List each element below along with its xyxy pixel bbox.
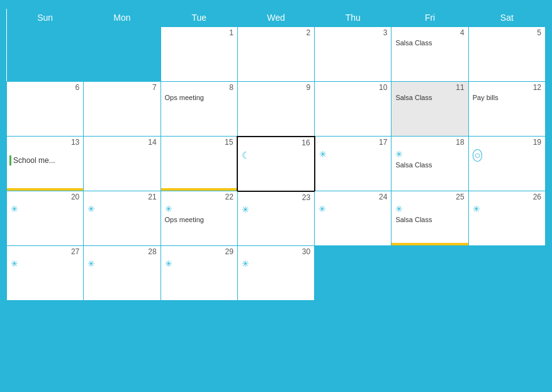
cell-date-1: 1 (164, 28, 235, 37)
cal-cell[interactable] (315, 246, 391, 301)
cal-cell[interactable]: 15 (161, 137, 237, 191)
calendar-row-0: 1234Salsa Class5 (7, 27, 546, 82)
weekday-header-mon: Mon (84, 9, 161, 27)
weekday-header-sun: Sun (7, 9, 84, 27)
cell-date-23: 23 (240, 193, 312, 202)
cal-cell[interactable] (391, 246, 468, 301)
sun-icon: ✳ (318, 204, 326, 214)
weather-sun-icon: ✳ (319, 149, 389, 159)
cal-cell[interactable]: 18✳Salsa Class (391, 137, 468, 191)
weather-sun-icon: ✳ (165, 204, 235, 214)
cal-cell[interactable]: 9 (237, 82, 314, 137)
cell-date-30: 30 (240, 247, 312, 256)
cell-date-4: 4 (394, 28, 465, 37)
cell-date-28: 28 (86, 247, 157, 256)
cell-date-26: 26 (471, 193, 543, 201)
cal-cell[interactable] (468, 246, 545, 301)
weekday-header-wed: Wed (237, 9, 314, 27)
sun-icon: ✳ (473, 204, 480, 214)
cal-cell[interactable]: 2 (237, 27, 314, 82)
cal-cell[interactable]: 1 (161, 27, 237, 82)
weekday-header-sat: Sat (468, 9, 545, 27)
sun-icon: ✳ (165, 204, 172, 214)
cal-cell[interactable]: 23✳ (237, 191, 314, 246)
weather-sun-icon: ✳ (395, 149, 465, 159)
weekday-header-row: SunMonTueWedThuFriSat (7, 9, 546, 27)
cal-cell[interactable]: 4Salsa Class (391, 27, 468, 82)
cell-date-25: 25 (394, 193, 465, 201)
event-label: Salsa Class (394, 160, 465, 169)
cal-cell[interactable]: 22✳Ops meeting (161, 191, 237, 246)
cell-date-16: 16 (240, 138, 311, 147)
cell-date-7: 7 (86, 83, 157, 92)
cell-date-10: 10 (317, 83, 388, 92)
cell-date-20: 20 (9, 193, 81, 201)
calendar-row-2: 13School me...141516☾17✳18✳Salsa Class19… (7, 137, 546, 191)
sun-icon: ✳ (242, 204, 249, 215)
cal-cell[interactable]: 6 (7, 82, 84, 137)
cal-cell[interactable]: 19○ (468, 137, 545, 191)
weekday-header-thu: Thu (315, 9, 391, 27)
sun-icon: ✳ (395, 204, 403, 214)
cal-cell[interactable]: 16☾ (237, 137, 314, 191)
weekday-header-tue: Tue (161, 9, 237, 27)
cell-date-11: 11 (394, 83, 465, 92)
cal-cell[interactable]: 21✳ (84, 191, 161, 246)
cal-cell[interactable]: 10 (315, 82, 391, 137)
event-label: Salsa Class (394, 215, 465, 224)
cal-cell[interactable]: 30✳ (237, 246, 314, 301)
sun-icon: ✳ (11, 204, 18, 214)
cal-cell[interactable]: 29✳ (161, 246, 237, 301)
event-label: Pay bills (471, 93, 543, 102)
cal-cell[interactable]: 25✳Salsa Class (391, 191, 468, 246)
weather-sun-icon: ✳ (11, 204, 81, 214)
sun-icon: ✳ (11, 259, 18, 269)
weather-moon-icon: ☾ (242, 150, 311, 161)
cell-date-24: 24 (317, 193, 388, 201)
cell-date-15: 15 (164, 138, 235, 147)
cell-date-3: 3 (317, 28, 388, 37)
cal-cell[interactable]: 7 (84, 82, 161, 137)
cal-cell[interactable]: 24✳ (315, 191, 391, 246)
cal-cell[interactable]: 28✳ (84, 246, 161, 301)
cal-cell[interactable]: 5 (468, 27, 545, 82)
calendar-container: SunMonTueWedThuFriSat 1234Salsa Class567… (0, 0, 552, 392)
cal-cell[interactable]: 17✳ (315, 137, 391, 191)
cal-cell[interactable]: 8Ops meeting (161, 82, 237, 137)
calendar-grid: SunMonTueWedThuFriSat 1234Salsa Class567… (6, 9, 546, 301)
weekday-header-fri: Fri (391, 9, 468, 27)
cal-cell[interactable]: 3 (315, 27, 391, 82)
cal-cell[interactable]: 27✳ (7, 246, 84, 301)
cal-cell[interactable]: 20✳ (7, 191, 84, 246)
yellow-bar (161, 188, 237, 191)
cal-cell[interactable] (84, 27, 161, 82)
cal-cell[interactable]: 14 (84, 137, 161, 191)
cell-date-8: 8 (164, 83, 235, 92)
calendar-row-4: 27✳28✳29✳30✳ (7, 246, 546, 301)
cal-cell[interactable]: 11Salsa Class (391, 82, 468, 137)
moon-icon: ☾ (242, 150, 250, 161)
sun-icon: ✳ (395, 149, 403, 159)
sun-icon: ✳ (165, 259, 172, 269)
cal-cell[interactable]: 26✳ (468, 191, 545, 246)
event-label: Ops meeting (164, 215, 235, 224)
sun-icon: ✳ (87, 259, 95, 269)
cell-date-13: 13 (9, 138, 81, 147)
cal-cell[interactable]: 12Pay bills (468, 82, 545, 137)
cell-date-12: 12 (471, 83, 543, 92)
cal-cell[interactable]: 13School me... (7, 137, 84, 191)
weather-sun-icon: ✳ (473, 204, 543, 214)
yellow-bar (391, 243, 468, 245)
cell-date-2: 2 (240, 28, 312, 37)
cal-cell[interactable] (7, 27, 84, 82)
weather-sun-icon: ✳ (242, 204, 312, 215)
cell-date-14: 14 (86, 138, 157, 147)
weather-sun-icon: ✳ (165, 259, 235, 269)
weather-sun-icon: ✳ (318, 204, 388, 214)
sun-icon: ✳ (87, 204, 95, 214)
cell-date-29: 29 (164, 247, 235, 256)
event-label: Salsa Class (394, 93, 465, 102)
cell-date-22: 22 (164, 193, 235, 201)
cloud-icon: ○ (473, 149, 483, 162)
cell-date-5: 5 (471, 28, 543, 37)
